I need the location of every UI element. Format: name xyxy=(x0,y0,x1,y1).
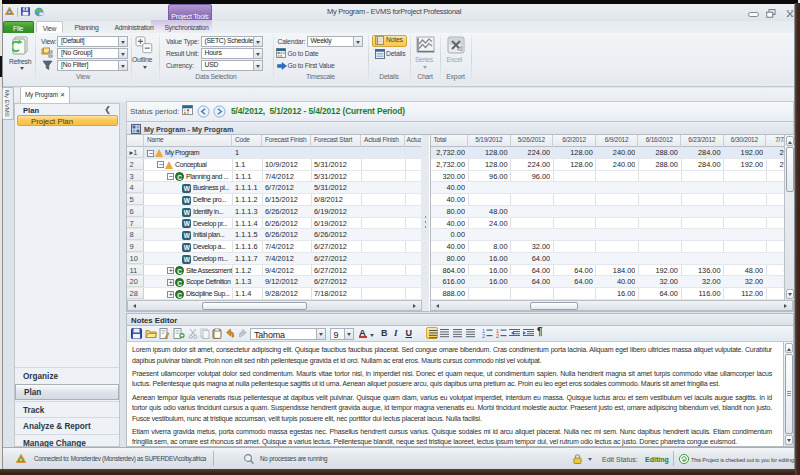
svg-text:2: 2 xyxy=(482,333,485,338)
svg-text:2: 2 xyxy=(496,333,499,338)
